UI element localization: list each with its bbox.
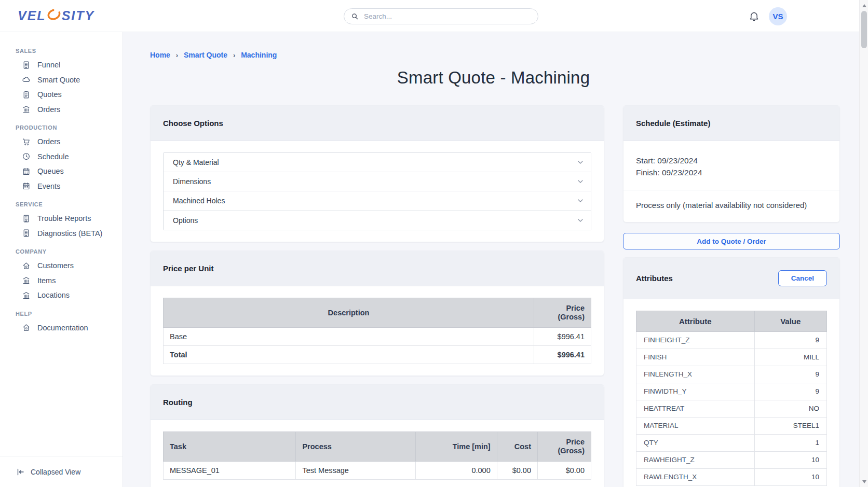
schedule-note: Process only (material availability not …	[623, 190, 839, 222]
sidebar: SALES Funnel Smart Quote Quotes Orders P…	[0, 32, 123, 487]
sidebar-item-queues[interactable]: Queues	[0, 164, 123, 179]
building-icon	[22, 61, 31, 69]
attribute-name: HEATTREAT	[636, 400, 755, 418]
accordion-item-machined-holes[interactable]: Machined Holes	[164, 191, 591, 211]
breadcrumb-home-link[interactable]: Home	[150, 51, 170, 59]
sidebar-item-schedule[interactable]: Schedule	[0, 149, 123, 164]
schedule-header: Schedule (Estimate)	[623, 106, 839, 141]
chevron-down-icon	[576, 177, 585, 186]
sidebar-item-production-orders[interactable]: Orders	[0, 134, 123, 149]
attributes-header: Attributes Cancel	[623, 258, 839, 299]
price-row-value: $996.41	[534, 328, 591, 346]
price-table: Description Price (Gross) Base $996.41	[163, 298, 591, 364]
sidebar-item-label: Diagnostics (BETA)	[37, 229, 102, 238]
sidebar-item-smart-quote[interactable]: Smart Quote	[0, 73, 123, 88]
attribute-value: NO	[754, 400, 826, 418]
sidebar-item-trouble-reports[interactable]: Trouble Reports	[0, 211, 123, 226]
schedule-start: Start: 09/23/2024	[636, 155, 827, 166]
attribute-name: MATERIAL	[636, 418, 755, 435]
attribute-name: FINHEIGHT_Z	[636, 332, 755, 349]
table-row: HEATTREAT NO	[636, 400, 827, 418]
routing-header: Routing	[151, 385, 604, 420]
app-logo[interactable]: VEL SITY	[18, 8, 94, 24]
chevron-down-icon	[576, 197, 585, 205]
notifications-bell-icon[interactable]	[749, 10, 760, 22]
breadcrumb-smart-quote-link[interactable]: Smart Quote	[184, 51, 227, 59]
chevron-down-icon	[576, 158, 585, 166]
table-row: RAWHEIGHT_Z 10	[636, 452, 827, 469]
column-header-cost: Cost	[497, 432, 537, 462]
building-icon	[22, 214, 31, 223]
bank-icon	[22, 105, 31, 114]
page-title: Smart Quote - Machining	[150, 68, 837, 88]
add-to-quote-order-button[interactable]: Add to Quote / Order	[623, 233, 840, 249]
attribute-name: FINLENGTH_X	[636, 366, 755, 383]
scrollbar-down-arrow[interactable]	[860, 477, 868, 486]
main-content: Home › Smart Quote › Machining Smart Quo…	[123, 32, 868, 487]
sidebar-item-diagnostics[interactable]: Diagnostics (BETA)	[0, 226, 123, 241]
sidebar-item-quotes[interactable]: Quotes	[0, 87, 123, 102]
attribute-value: 9	[754, 332, 826, 349]
attributes-table: Attribute Value FINHEIGHT_Z 9	[636, 311, 827, 486]
table-header-row: Attribute Value	[636, 311, 827, 332]
section-label-service: SERVICE	[0, 201, 123, 207]
column-header-time: Time [min]	[416, 432, 497, 462]
table-row-total: Total $996.41	[164, 346, 591, 364]
scrollbar-thumb[interactable]	[861, 11, 867, 48]
sidebar-section-help: HELP Documentation	[0, 311, 123, 336]
sidebar-item-label: Trouble Reports	[37, 214, 91, 222]
accordion-item-dimensions[interactable]: Dimensions	[164, 172, 591, 191]
accordion-item-qty-material[interactable]: Qty & Material	[164, 153, 591, 172]
table-header-row: Task Process Time [min] Cost Price (Gros…	[164, 432, 591, 462]
column-header-value: Value	[754, 311, 826, 332]
attribute-name: QTY	[636, 435, 755, 452]
avatar[interactable]: VS	[769, 7, 787, 25]
topbar: VEL SITY VS	[0, 0, 868, 32]
price-row-description: Total	[164, 346, 534, 364]
attribute-name: FINWIDTH_Y	[636, 383, 755, 400]
table-row: QTY 1	[636, 435, 827, 452]
accordion-item-options[interactable]: Options	[164, 211, 591, 230]
collapsed-view-toggle[interactable]: Collapsed View	[0, 456, 123, 487]
column-header-price-gross: Price (Gross)	[537, 432, 591, 462]
accordion-item-label: Dimensions	[173, 177, 211, 186]
search-input[interactable]	[344, 8, 538, 24]
sidebar-item-label: Smart Quote	[37, 76, 80, 84]
choose-options-card: Choose Options Qty & Material Dimensions	[150, 105, 604, 242]
routing-table: Task Process Time [min] Cost Price (Gros…	[163, 432, 591, 480]
table-row: FINHEIGHT_Z 9	[636, 332, 827, 349]
card-title: Routing	[163, 398, 193, 407]
home-icon	[22, 261, 31, 270]
sidebar-item-items[interactable]: Items	[0, 273, 123, 288]
schedule-estimate-card: Schedule (Estimate) Start: 09/23/2024 Fi…	[623, 105, 840, 222]
calendar-icon	[22, 167, 31, 176]
avatar-initials: VS	[772, 12, 783, 21]
calendar-icon	[22, 182, 31, 190]
accordion-item-label: Options	[173, 216, 198, 225]
sidebar-item-sales-orders[interactable]: Orders	[0, 102, 123, 117]
clock-icon	[22, 152, 31, 161]
price-per-unit-header: Price per Unit	[151, 251, 604, 286]
breadcrumb-separator: ›	[176, 51, 178, 59]
sidebar-item-customers[interactable]: Customers	[0, 258, 123, 273]
schedule-dates: Start: 09/23/2024 Finish: 09/23/2024	[623, 141, 839, 190]
sidebar-item-label: Schedule	[37, 152, 69, 161]
logo-text-right: SITY	[62, 8, 95, 23]
sidebar-section-company: COMPANY Customers Items Locations	[0, 248, 123, 303]
attribute-value: MILL	[754, 349, 826, 366]
breadcrumb-machining-link[interactable]: Machining	[241, 51, 277, 59]
table-header-row: Description Price (Gross)	[164, 298, 591, 328]
attributes-card: Attributes Cancel Attribute Value	[623, 257, 840, 487]
column-header-description: Description	[164, 298, 534, 328]
sidebar-item-funnel[interactable]: Funnel	[0, 58, 123, 73]
sidebar-item-locations[interactable]: Locations	[0, 288, 123, 303]
cancel-button[interactable]: Cancel	[778, 270, 827, 286]
sidebar-section-sales: SALES Funnel Smart Quote Quotes Orders	[0, 48, 123, 117]
attribute-name: RAWHEIGHT_Z	[636, 452, 755, 469]
sidebar-item-events[interactable]: Events	[0, 179, 123, 194]
sidebar-item-documentation[interactable]: Documentation	[0, 321, 123, 336]
scrollbar-up-arrow[interactable]	[860, 1, 868, 10]
attribute-name: RAWLENGTH_X	[636, 469, 755, 486]
card-title: Choose Options	[163, 119, 223, 128]
routing-task: MESSAGE_01	[164, 462, 296, 480]
